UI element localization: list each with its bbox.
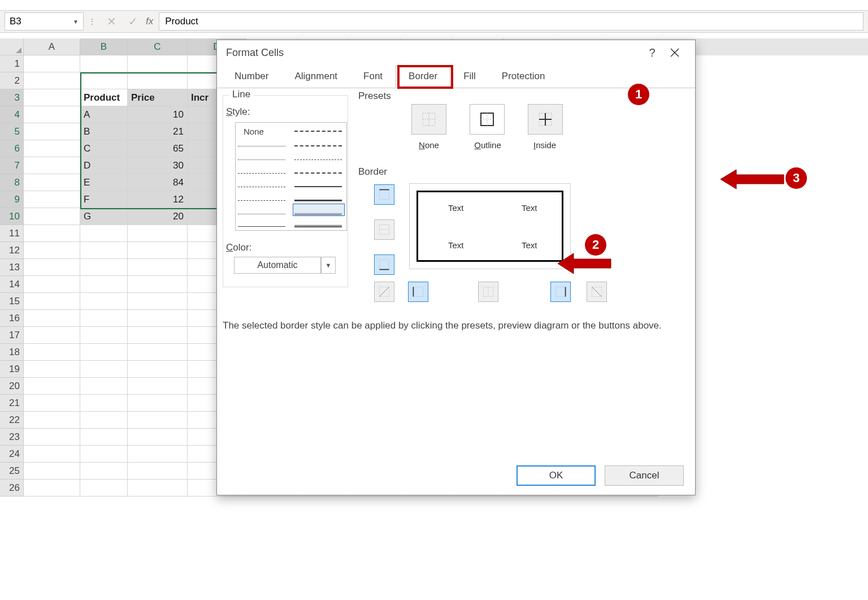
cell-C25[interactable] bbox=[128, 463, 188, 480]
tab-number[interactable]: Number bbox=[222, 65, 281, 88]
style-option[interactable] bbox=[294, 140, 345, 152]
preset-outline-button[interactable] bbox=[470, 104, 505, 135]
cell-B24[interactable] bbox=[80, 446, 128, 463]
row-header-26[interactable]: 26 bbox=[0, 480, 24, 497]
cell-A3[interactable] bbox=[24, 89, 80, 106]
style-none[interactable]: None bbox=[238, 125, 289, 137]
cell-C15[interactable] bbox=[128, 293, 188, 310]
cell-B9[interactable]: F bbox=[80, 191, 128, 208]
style-option[interactable] bbox=[238, 140, 289, 152]
cell-A14[interactable] bbox=[24, 276, 80, 293]
row-header-10[interactable]: 10 bbox=[0, 208, 24, 225]
cell-B5[interactable]: B bbox=[80, 123, 128, 140]
style-option[interactable] bbox=[238, 167, 289, 179]
cell-C3[interactable]: Price bbox=[128, 89, 188, 106]
cell-B11[interactable] bbox=[80, 225, 128, 242]
cell-B20[interactable] bbox=[80, 378, 128, 395]
cell-B8[interactable]: E bbox=[80, 174, 128, 191]
style-option[interactable] bbox=[238, 220, 289, 232]
cell-C9[interactable]: 12 bbox=[128, 191, 188, 208]
cell-B23[interactable] bbox=[80, 429, 128, 446]
close-button[interactable] bbox=[663, 41, 686, 64]
row-header-11[interactable]: 11 bbox=[0, 225, 24, 242]
row-header-21[interactable]: 21 bbox=[0, 395, 24, 412]
cell-C5[interactable]: 21 bbox=[128, 123, 188, 140]
row-header-15[interactable]: 15 bbox=[0, 293, 24, 310]
cell-B6[interactable]: C bbox=[80, 140, 128, 157]
cell-C13[interactable] bbox=[128, 259, 188, 276]
row-header-7[interactable]: 7 bbox=[0, 157, 24, 174]
color-dropdown[interactable]: Automatic bbox=[234, 257, 321, 274]
cell-B4[interactable]: A bbox=[80, 106, 128, 123]
row-header-22[interactable]: 22 bbox=[0, 412, 24, 429]
border-diag-up-button[interactable] bbox=[374, 282, 394, 302]
cell-C1[interactable] bbox=[128, 55, 188, 72]
cell-A11[interactable] bbox=[24, 225, 80, 242]
cell-C21[interactable] bbox=[128, 395, 188, 412]
cancel-button[interactable]: Cancel bbox=[605, 465, 684, 486]
cell-A17[interactable] bbox=[24, 327, 80, 344]
style-option[interactable] bbox=[294, 125, 345, 137]
cell-C24[interactable] bbox=[128, 446, 188, 463]
row-header-17[interactable]: 17 bbox=[0, 327, 24, 344]
row-header-8[interactable]: 8 bbox=[0, 174, 24, 191]
row-header-1[interactable]: 1 bbox=[0, 55, 24, 72]
row-header-16[interactable]: 16 bbox=[0, 310, 24, 327]
row-header-14[interactable]: 14 bbox=[0, 276, 24, 293]
column-header-B[interactable]: B bbox=[80, 38, 128, 55]
cell-B19[interactable] bbox=[80, 361, 128, 378]
cell-C22[interactable] bbox=[128, 412, 188, 429]
border-top-button[interactable] bbox=[374, 184, 394, 205]
cell-A26[interactable] bbox=[24, 480, 80, 497]
row-header-6[interactable]: 6 bbox=[0, 140, 24, 157]
border-preview[interactable]: Text Text Text Text bbox=[409, 183, 571, 269]
cell-A15[interactable] bbox=[24, 293, 80, 310]
cell-A8[interactable] bbox=[24, 174, 80, 191]
cell-C18[interactable] bbox=[128, 344, 188, 361]
column-header-C[interactable]: C bbox=[128, 38, 188, 55]
row-header-2[interactable]: 2 bbox=[0, 72, 24, 89]
cell-B10[interactable]: G bbox=[80, 208, 128, 225]
cell-C17[interactable] bbox=[128, 327, 188, 344]
fx-icon[interactable]: fx bbox=[146, 16, 153, 27]
color-dropdown-arrow-icon[interactable]: ▼ bbox=[321, 257, 336, 274]
preset-none-button[interactable] bbox=[411, 104, 446, 135]
cell-A1[interactable] bbox=[24, 55, 80, 72]
cell-C6[interactable]: 65 bbox=[128, 140, 188, 157]
style-option[interactable] bbox=[294, 220, 345, 232]
row-header-5[interactable]: 5 bbox=[0, 123, 24, 140]
cell-A24[interactable] bbox=[24, 446, 80, 463]
preset-inside-button[interactable] bbox=[528, 104, 563, 135]
style-option[interactable] bbox=[294, 167, 345, 179]
column-header-A[interactable]: A bbox=[24, 38, 80, 55]
cell-C2[interactable] bbox=[128, 72, 188, 89]
cell-C26[interactable] bbox=[128, 480, 188, 497]
cell-A4[interactable] bbox=[24, 106, 80, 123]
cell-B7[interactable]: D bbox=[80, 157, 128, 174]
border-right-button[interactable] bbox=[550, 282, 571, 302]
style-option[interactable] bbox=[238, 180, 289, 193]
row-header-23[interactable]: 23 bbox=[0, 429, 24, 446]
name-box[interactable]: B3 ▼ bbox=[5, 12, 84, 31]
help-button[interactable]: ? bbox=[641, 41, 663, 64]
cell-C20[interactable] bbox=[128, 378, 188, 395]
cell-C23[interactable] bbox=[128, 429, 188, 446]
cell-B21[interactable] bbox=[80, 395, 128, 412]
cell-C14[interactable] bbox=[128, 276, 188, 293]
cell-A9[interactable] bbox=[24, 191, 80, 208]
cell-A13[interactable] bbox=[24, 259, 80, 276]
tab-border[interactable]: Border bbox=[396, 65, 450, 88]
row-header-19[interactable]: 19 bbox=[0, 361, 24, 378]
cell-B3[interactable]: Product bbox=[80, 89, 128, 106]
cell-B25[interactable] bbox=[80, 463, 128, 480]
border-vmiddle-button[interactable] bbox=[478, 282, 498, 302]
cell-A10[interactable] bbox=[24, 208, 80, 225]
border-hmiddle-button[interactable] bbox=[374, 219, 394, 240]
row-header-4[interactable]: 4 bbox=[0, 106, 24, 123]
row-header-20[interactable]: 20 bbox=[0, 378, 24, 395]
cell-C16[interactable] bbox=[128, 310, 188, 327]
cell-C4[interactable]: 10 bbox=[128, 106, 188, 123]
cell-A6[interactable] bbox=[24, 140, 80, 157]
cell-A5[interactable] bbox=[24, 123, 80, 140]
cell-B15[interactable] bbox=[80, 293, 128, 310]
